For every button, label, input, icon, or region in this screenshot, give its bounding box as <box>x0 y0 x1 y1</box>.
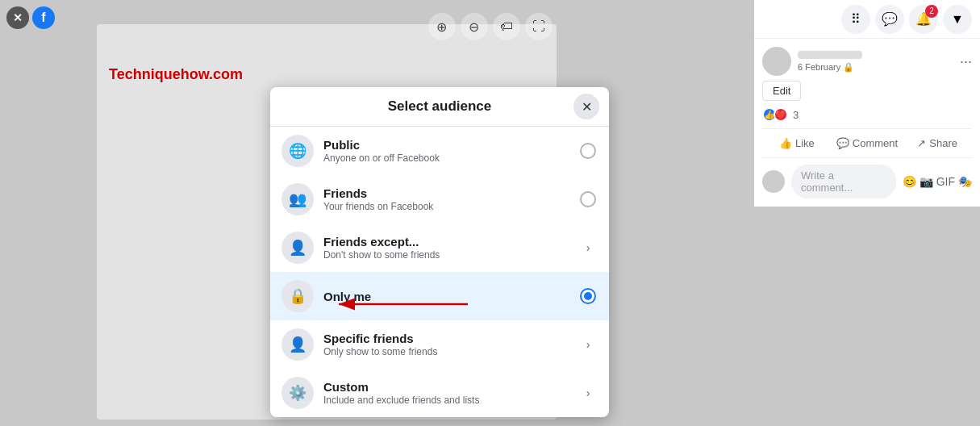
expand-button[interactable]: ⛶ <box>525 13 553 40</box>
public-icon: 🌐 <box>281 135 314 167</box>
friends-option-text: Friends Your friends on Facebook <box>323 186 569 212</box>
photo-icon[interactable]: 📷 <box>920 175 933 188</box>
zoom-controls: ⊕ ⊖ 🏷 ⛶ <box>428 13 553 40</box>
comment-input[interactable]: Write a comment... <box>791 165 896 198</box>
audience-option-specific-friends[interactable]: 👤 Specific friends Only show to some fri… <box>270 320 609 369</box>
commenter-avatar <box>762 170 785 193</box>
watermark: Techniquehow.com <box>109 66 243 83</box>
custom-subtitle: Include and exclude friends and lists <box>323 395 569 406</box>
reaction-icons: 👍 ❤️ <box>762 107 788 122</box>
facebook-logo: f <box>32 6 55 29</box>
select-audience-modal: Select audience ✕ 🌐 Public Anyone on or … <box>270 87 609 417</box>
audience-option-only-me[interactable]: 🔒 Only me <box>270 272 609 320</box>
account-menu-button[interactable]: ▼ <box>943 5 972 34</box>
edit-button[interactable]: Edit <box>762 81 801 101</box>
friends-radio <box>578 190 598 209</box>
post-actions: 👍 Like 💬 Comment ↗ Share <box>762 128 972 158</box>
modal-header: Select audience ✕ <box>270 87 609 127</box>
modal-title: Select audience <box>388 98 492 115</box>
friends-except-icon: 👤 <box>281 232 314 264</box>
user-info: 6 February 🔒 <box>798 51 953 73</box>
chevron-right-icon-custom: › <box>586 386 590 399</box>
reaction-count: 3 <box>793 109 799 121</box>
public-option-text: Public Anyone on or off Facebook <box>323 138 569 164</box>
custom-arrow: › <box>578 383 598 403</box>
zoom-in-button[interactable]: ⊕ <box>428 13 456 40</box>
friends-title: Friends <box>323 186 569 200</box>
post-author-row: 6 February 🔒 ··· <box>762 47 972 76</box>
custom-option-text: Custom Include and exclude friends and l… <box>323 380 569 406</box>
comment-input-row: Write a comment... 😊 📷 GIF 🎭 <box>762 165 972 198</box>
audience-option-friends[interactable]: 👥 Friends Your friends on Facebook <box>270 175 609 223</box>
specific-friends-title: Specific friends <box>323 332 569 345</box>
tag-button[interactable]: 🏷 <box>493 13 520 40</box>
zoom-out-button[interactable]: ⊖ <box>461 13 488 40</box>
chevron-right-icon-specific: › <box>586 338 590 351</box>
emoji-icon[interactable]: 😊 <box>903 175 916 188</box>
heart-reaction-icon: ❤️ <box>774 107 788 122</box>
specific-friends-option-text: Specific friends Only show to some frien… <box>323 332 569 357</box>
only-me-radio <box>578 286 598 306</box>
gif-icon[interactable]: GIF <box>936 175 955 188</box>
only-me-option-text: Only me <box>323 290 569 303</box>
friends-subtitle: Your friends on Facebook <box>323 201 569 212</box>
chevron-right-icon: › <box>586 241 590 254</box>
post-date: 6 February 🔒 <box>798 62 953 73</box>
window-close-button[interactable]: ✕ <box>6 6 29 29</box>
radio-inner-dot <box>584 292 592 300</box>
audience-option-custom[interactable]: ⚙️ Custom Include and exclude friends an… <box>270 369 609 417</box>
friends-except-title: Friends except... <box>323 235 569 248</box>
friends-icon: 👥 <box>281 183 314 215</box>
audience-option-public[interactable]: 🌐 Public Anyone on or off Facebook <box>270 127 609 175</box>
public-subtitle: Anyone on or off Facebook <box>323 152 569 164</box>
more-options-button[interactable]: ··· <box>960 53 972 70</box>
comment-placeholder: Write a comment... <box>801 169 886 194</box>
friends-except-option-text: Friends except... Don't show to some fri… <box>323 235 569 261</box>
right-panel-content: 6 February 🔒 ··· Edit 👍 ❤️ 3 👍 Like 💬 Co… <box>754 39 980 207</box>
reactions-row: 👍 ❤️ 3 <box>762 107 972 122</box>
only-me-title: Only me <box>323 290 569 303</box>
radio-empty-friends <box>580 191 596 207</box>
custom-icon: ⚙️ <box>281 377 314 409</box>
modal-close-button[interactable]: ✕ <box>573 94 599 119</box>
messenger-icon-button[interactable]: 💬 <box>875 5 904 34</box>
like-icon: 👍 <box>779 137 792 149</box>
like-button[interactable]: 👍 Like <box>762 132 832 154</box>
share-icon: ↗ <box>917 137 926 149</box>
modal-body: 🌐 Public Anyone on or off Facebook 👥 Fri… <box>270 127 609 417</box>
public-title: Public <box>323 138 569 152</box>
comment-input-icons: 😊 📷 GIF 🎭 <box>903 175 972 188</box>
notifications-icon-button[interactable]: 🔔 2 <box>909 5 938 34</box>
radio-empty-public <box>580 143 596 159</box>
specific-friends-subtitle: Only show to some friends <box>323 346 569 357</box>
top-left-controls: ✕ f <box>6 6 55 29</box>
comment-button[interactable]: 💬 Comment <box>832 132 903 154</box>
username-placeholder <box>798 51 862 59</box>
avatar <box>762 47 791 76</box>
specific-friends-arrow: › <box>578 335 598 354</box>
sticker-icon[interactable]: 🎭 <box>958 175 972 188</box>
comment-label: Comment <box>853 137 898 149</box>
comment-icon: 💬 <box>836 137 849 149</box>
grid-icon-button[interactable]: ⠿ <box>841 5 870 34</box>
right-panel-topbar: ⠿ 💬 🔔 2 ▼ <box>754 0 980 39</box>
custom-title: Custom <box>323 380 569 394</box>
friends-except-subtitle: Don't show to some friends <box>323 249 569 261</box>
friends-except-arrow: › <box>578 238 598 257</box>
specific-friends-icon: 👤 <box>281 328 314 361</box>
audience-option-friends-except[interactable]: 👤 Friends except... Don't show to some f… <box>270 223 609 272</box>
notification-badge: 2 <box>925 5 938 18</box>
like-label: Like <box>795 137 815 149</box>
only-me-icon: 🔒 <box>281 280 314 312</box>
radio-selected-only-me <box>580 288 596 304</box>
public-radio <box>578 141 598 161</box>
share-button[interactable]: ↗ Share <box>903 132 972 154</box>
share-label: Share <box>929 137 957 149</box>
